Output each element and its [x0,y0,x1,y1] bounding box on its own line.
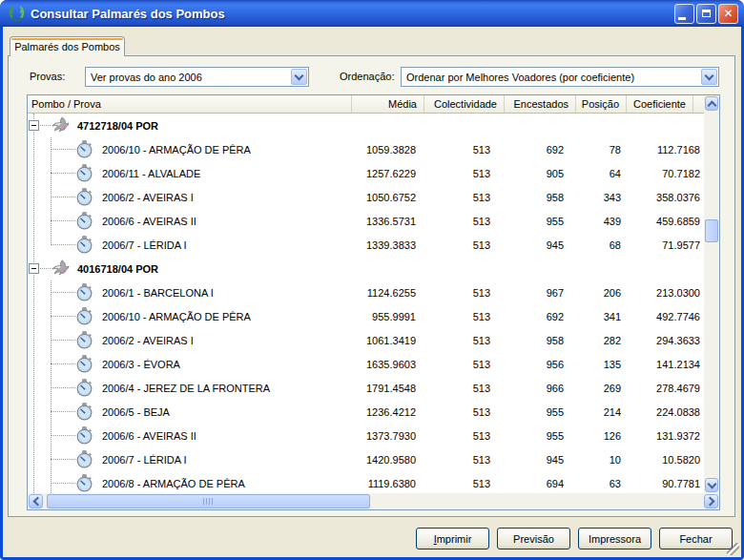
tree-connector [51,173,75,174]
race-row[interactable]: 2006/3 - ÉVORA1635.9603513956135141.2134 [28,352,704,376]
coeficiente-value: 131.9372 [627,430,704,442]
posicao-value: 439 [576,216,627,227]
colectividade-value: 513 [424,430,505,442]
dialog-client-area: Palmarés dos Pombos Provas: Ver provas d… [3,27,741,557]
coeficiente-value: 112.7168 [627,144,704,156]
column-header-colectividade[interactable]: Colectividade [424,95,505,113]
pigeon-group-row[interactable]: ♀4016718/04 POR [28,257,704,280]
impressora-button[interactable]: Impressora [578,528,651,550]
media-value: 1420.9580 [352,454,424,466]
app-window: Consultar Palmarés dos Pombos ✕ Palmarés… [0,0,744,560]
imprimir-button[interactable]: Imprimir [416,528,489,550]
stopwatch-icon [75,454,93,466]
tree-connector [51,149,75,150]
column-header-media[interactable]: Média [352,95,424,113]
scroll-down-button[interactable] [705,478,718,492]
tab-palmares-dos-pombos[interactable]: Palmarés dos Pombos [10,36,125,56]
tree-connector [51,316,75,317]
stopwatch-icon [75,168,93,179]
tree-connector [51,363,75,364]
race-row[interactable]: 2006/1 - BARCELONA I1124.625551396720621… [28,280,704,304]
maximize-button[interactable] [696,4,716,24]
tree-rows: ♀4712718/04 POR2006/10 - ARMAÇÃO DE PÊRA… [28,114,704,493]
ordenacao-select[interactable]: Ordenar por Melhores Voadores (por coefi… [401,67,719,87]
race-row[interactable]: 2006/2 - AVEIRAS I1050.6752513958343358.… [28,185,704,209]
race-row[interactable]: 2006/4 - JEREZ DE LA FRONTERA1791.454851… [28,376,704,400]
media-value: 955.9991 [352,311,424,322]
list-header: Pombo / Prova Média Colectividade Encest… [28,95,704,114]
coeficiente-value: 492.7746 [627,311,704,322]
collapse-expander-icon[interactable] [29,120,39,131]
previsao-button[interactable]: Previsão [497,528,570,550]
tree-connector [51,244,75,245]
race-row[interactable]: 2006/2 - AVEIRAS I1061.3419513958282294.… [28,328,704,352]
scroll-right-button[interactable] [704,494,718,508]
column-header-encestados[interactable]: Encestados [505,95,576,113]
race-row[interactable]: 2006/5 - BEJA1236.4212513955214224.0838 [28,400,704,424]
chevron-down-icon[interactable] [291,69,307,85]
maximize-icon [702,10,711,17]
pigeon-ring-label: 4712718/04 POR [77,120,158,132]
colectividade-value: 513 [424,383,505,394]
column-header-pombo-prova[interactable]: Pombo / Prova [28,95,352,113]
posicao-value: 78 [576,144,627,156]
close-button[interactable]: ✕ [718,4,738,24]
encestados-value: 955 [505,430,576,442]
minimize-button[interactable] [674,4,694,24]
race-row[interactable]: 2006/8 - ARMAÇÃO DE PÊRA1119.63805136946… [28,471,704,493]
race-row[interactable]: 2006/7 - LÉRIDA I1420.95805139451010.582… [28,447,704,471]
provas-select[interactable]: Ver provas do ano 2006 [85,67,309,87]
laurel-wreath-icon [8,5,26,23]
stopwatch-icon [75,192,93,203]
vertical-scrollbar[interactable] [704,95,719,493]
race-name: 2006/10 - ARMAÇÃO DE PÊRA [102,311,251,322]
stopwatch-icon [75,406,93,418]
pigeon-group-row[interactable]: ♀4712718/04 POR [28,114,704,137]
column-header-coeficiente[interactable]: Coeficiente [627,95,693,113]
encestados-value: 958 [505,335,576,346]
posicao-value: 135 [576,359,627,370]
race-row[interactable]: 2006/6 - AVEIRAS II1373.7930513955126131… [28,424,704,447]
horizontal-scrollbar[interactable] [28,493,719,509]
scroll-grip-icon [203,498,214,505]
posicao-value: 68 [576,239,627,251]
vertical-scroll-thumb[interactable] [705,219,718,242]
race-row[interactable]: 2006/10 - ARMAÇÃO DE PÊRA1059.3828513692… [28,137,704,161]
media-value: 1236.4212 [352,406,424,418]
stopwatch-icon [75,287,93,299]
scroll-up-button[interactable] [705,96,718,111]
posicao-value: 214 [576,406,627,418]
race-row[interactable]: 2006/6 - AVEIRAS II1336.5731513955439459… [28,209,704,233]
colectividade-value: 513 [424,311,505,322]
palmares-tree-list: Pombo / Prova Média Colectividade Encest… [27,94,720,510]
horizontal-scroll-thumb[interactable] [47,494,370,508]
column-header-posicao[interactable]: Posição [576,95,627,113]
chevron-up-icon [707,100,716,110]
tree-connector [51,483,75,484]
coeficiente-value: 213.0300 [627,287,704,299]
fechar-button[interactable]: Fechar [659,528,733,550]
title-bar[interactable]: Consultar Palmarés dos Pombos ✕ [0,0,744,27]
ordenacao-label: Ordenação: [340,72,394,82]
female-icon: ♀ [60,265,68,275]
coeficiente-value: 358.0376 [627,192,704,203]
tree-connector [51,292,75,293]
coeficiente-value: 70.7182 [627,168,704,179]
race-name: 2006/3 - ÉVORA [102,359,180,370]
chevron-down-icon[interactable] [701,69,717,85]
coeficiente-value: 294.3633 [627,335,704,346]
stopwatch-icon [75,478,93,489]
race-row[interactable]: 2006/7 - LÉRIDA I1339.38335139456871.957… [28,233,704,257]
stopwatch-icon [75,335,93,346]
race-row[interactable]: 2006/11 - ALVALADE1257.62295139056470.71… [28,161,704,185]
tree-connector [51,459,75,460]
posicao-value: 269 [576,383,627,394]
race-name: 2006/6 - AVEIRAS II [102,216,196,227]
race-name: 2006/2 - AVEIRAS I [102,192,194,203]
window-title: Consultar Palmarés dos Pombos [31,7,672,21]
colectividade-value: 513 [424,192,505,203]
race-row[interactable]: 2006/10 - ARMAÇÃO DE PÊRA955.99915136923… [28,304,704,328]
scroll-left-button[interactable] [29,494,43,508]
stopwatch-icon [75,311,93,322]
collapse-expander-icon[interactable] [29,263,39,274]
